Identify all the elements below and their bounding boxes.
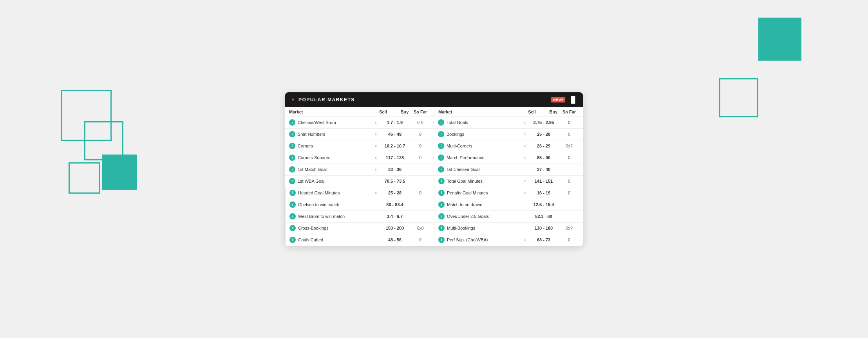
right-market-row[interactable]: iOver/Under 2.5 Goals52.3 - 60	[434, 211, 583, 223]
sell-buy-value[interactable]: 85 - 90	[528, 155, 559, 160]
so-far-value: 0	[410, 144, 430, 148]
left-market-row[interactable]: i1st WBA Goal70.5 - 73.5	[285, 176, 434, 187]
sell-buy-value[interactable]: 16 - 19	[528, 191, 559, 195]
right-market-row[interactable]: iChelsea to win match80 - 83.4	[285, 199, 434, 211]
info-icon[interactable]: i	[289, 119, 295, 126]
right-market-row[interactable]: iCross-Bookings150 - 2000x0	[285, 223, 434, 234]
sell-buy-value[interactable]: 46 - 49	[379, 132, 410, 137]
info-icon[interactable]: i	[438, 131, 444, 137]
right-market-row[interactable]: iMulti-Bookings130 - 1800x?	[434, 223, 583, 234]
info-icon[interactable]: i	[438, 155, 444, 161]
collapse-arrow-icon[interactable]: ▼	[291, 97, 295, 102]
change-icon: c	[375, 144, 377, 148]
so-far-value: 0	[410, 155, 430, 160]
market-name: Penalty Goal Minutes	[447, 191, 524, 195]
left-market-row[interactable]: iMulti-Cornersc26 - 290x?	[434, 140, 583, 152]
right-market-row[interactable]: iWest Brom to win match3.4 - 6.7	[285, 211, 434, 223]
info-icon[interactable]: i	[438, 166, 444, 173]
right-market-row[interactable]: iGoals Cubed48 - 560	[285, 234, 434, 246]
col-header-market-right: Market	[438, 110, 516, 114]
sell-buy-value[interactable]: 130 - 180	[528, 226, 559, 230]
info-icon[interactable]: i	[438, 143, 444, 149]
info-icon[interactable]: i	[438, 190, 445, 196]
right-market-row[interactable]: iPerf Sup. (Che/WBA)c68 - 730	[434, 234, 583, 246]
info-icon[interactable]: i	[438, 119, 444, 126]
left-market-row[interactable]: i1st Chelsea Goal37 - 40	[434, 164, 583, 176]
right-market-row[interactable]: iTotal Goal Minutesc141 - 1510	[434, 176, 583, 187]
so-far-value: 0	[559, 155, 579, 160]
left-col-headers: Market Sell Buy So Far	[285, 107, 434, 117]
left-market-row[interactable]: iCorners Squaredc117 - 1280	[285, 152, 434, 164]
info-icon[interactable]: i	[438, 237, 445, 243]
sell-buy-value[interactable]: 37 - 40	[528, 167, 559, 172]
info-icon[interactable]: i	[438, 225, 445, 231]
so-far-value: 0	[559, 132, 579, 137]
card-title: POPULAR MARKETS	[298, 97, 355, 102]
sell-buy-value[interactable]: 150 - 200	[379, 226, 410, 230]
left-market-row[interactable]: iChelsea/West Bromc1.7 - 1.90-0	[285, 117, 434, 129]
sell-buy-value[interactable]: 141 - 151	[528, 179, 559, 183]
info-icon[interactable]: i	[289, 143, 295, 149]
market-name: Total Goal Minutes	[447, 179, 524, 183]
sell-buy-value[interactable]: 1.7 - 1.9	[379, 120, 410, 125]
bar-chart-icon[interactable]: ▐▌	[568, 96, 577, 103]
change-icon: c	[524, 156, 526, 160]
market-name: Multi-Corners	[447, 144, 524, 148]
sell-buy-value[interactable]: 10.2 - 10.7	[379, 144, 410, 148]
market-name: Goals Cubed	[298, 237, 377, 242]
sell-buy-value[interactable]: 12.5 - 15.4	[528, 202, 559, 207]
info-icon[interactable]: i	[438, 213, 445, 219]
left-market-row[interactable]: iBookingsc25 - 280	[434, 129, 583, 140]
sell-buy-value[interactable]: 26 - 29	[528, 144, 559, 148]
market-name: Corners Squared	[298, 155, 375, 160]
new-badge: NEW!	[551, 97, 565, 102]
info-icon[interactable]: i	[289, 131, 295, 137]
sell-buy-value[interactable]: 117 - 128	[379, 155, 410, 160]
info-icon[interactable]: i	[289, 225, 296, 231]
sell-buy-value[interactable]: 52.3 - 60	[528, 214, 559, 219]
sell-buy-value[interactable]: 80 - 83.4	[379, 202, 410, 207]
right-market-row[interactable]: iPenalty Goal Minutesc16 - 190	[434, 187, 583, 199]
so-far-value: 0	[559, 237, 579, 242]
right-market-row[interactable]: iHeaded Goal Minutesc25 - 280	[285, 187, 434, 199]
info-icon[interactable]: i	[438, 178, 445, 184]
change-icon: c	[524, 132, 526, 136]
col-header-buy-right: Buy	[548, 110, 559, 114]
left-market-row[interactable]: iTotal Goalsc2.75 - 2.950	[434, 117, 583, 129]
sell-buy-value[interactable]: 33 - 36	[379, 167, 410, 172]
left-market-row[interactable]: i1st Match Goalc33 - 36	[285, 164, 434, 176]
market-name: 1st WBA Goal	[298, 179, 377, 183]
sell-buy-value[interactable]: 48 - 56	[379, 237, 410, 242]
sell-buy-value[interactable]: 3.4 - 6.7	[379, 214, 410, 219]
info-icon[interactable]: i	[289, 178, 295, 184]
col-header-sofar-left: So Far	[410, 110, 430, 114]
sell-buy-value[interactable]: 68 - 73	[528, 237, 559, 242]
info-icon[interactable]: i	[289, 201, 296, 208]
left-market-row[interactable]: iMarch Performancec85 - 900	[434, 152, 583, 164]
col-header-sell-left: Sell	[367, 110, 399, 114]
sell-buy-value[interactable]: 25 - 28	[528, 132, 559, 137]
so-far-value: 0	[410, 191, 430, 195]
info-icon[interactable]: i	[289, 166, 295, 173]
deco-square-5	[758, 18, 801, 61]
so-far-value: 0x?	[559, 144, 579, 148]
info-icon[interactable]: i	[438, 201, 445, 208]
right-market-row[interactable]: iMatch to be drawn12.5 - 15.4	[434, 199, 583, 211]
change-icon: c	[524, 144, 526, 148]
so-far-value: 0-0	[410, 120, 430, 125]
info-icon[interactable]: i	[289, 213, 296, 219]
market-name: Chelsea/West Brom	[298, 120, 375, 125]
market-name: Multi-Bookings	[447, 226, 526, 230]
info-icon[interactable]: i	[289, 237, 296, 243]
change-icon: c	[524, 191, 526, 195]
info-icon[interactable]: i	[289, 190, 296, 196]
sell-buy-value[interactable]: 70.5 - 73.5	[379, 179, 410, 183]
card-header: ▼ POPULAR MARKETS NEW! ▐▌	[285, 92, 583, 107]
sell-buy-value[interactable]: 25 - 28	[379, 191, 410, 195]
left-market-row[interactable]: iShirt Numbersc46 - 490	[285, 129, 434, 140]
info-icon[interactable]: i	[289, 155, 295, 161]
left-market-row[interactable]: iCornersc10.2 - 10.70	[285, 140, 434, 152]
market-name: Perf Sup. (Che/WBA)	[447, 237, 524, 242]
sell-buy-value[interactable]: 2.75 - 2.95	[528, 120, 559, 125]
market-name: March Performance	[447, 155, 524, 160]
